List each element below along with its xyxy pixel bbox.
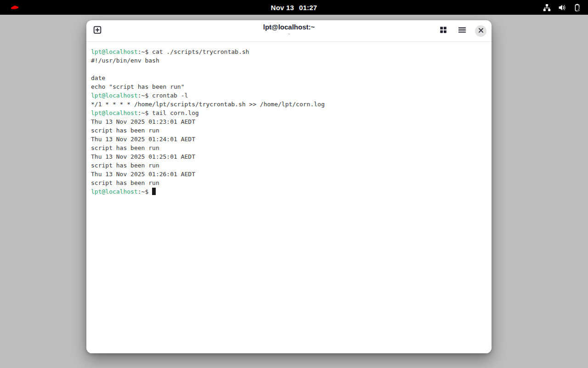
terminal-line: Thu 13 Nov 2025 01:23:01 AEDT xyxy=(91,117,487,126)
window-titlebar[interactable]: lpt@localhost:~ ~ xyxy=(86,20,492,42)
plus-square-icon xyxy=(92,25,102,37)
terminal-cursor xyxy=(152,188,156,195)
terminal-line: Thu 13 Nov 2025 01:26:01 AEDT xyxy=(91,170,487,178)
terminal-line: */1 * * * * /home/lpt/scripts/trycrontab… xyxy=(91,100,487,109)
terminal-line: lpt@localhost:~$ tail corn.log xyxy=(91,109,487,117)
clock-time: 01:27 xyxy=(299,4,317,12)
close-icon xyxy=(478,27,484,35)
clock-date: Nov 13 xyxy=(271,4,294,12)
menu-button[interactable] xyxy=(456,25,468,37)
terminal-output[interactable]: lpt@localhost:~$ cat ./scripts/trycronta… xyxy=(86,42,492,353)
close-button[interactable] xyxy=(475,25,486,37)
hamburger-icon xyxy=(458,25,467,36)
battery-charging-icon xyxy=(571,2,582,13)
terminal-line: script has been run xyxy=(91,126,487,135)
terminal-line: script has been run xyxy=(91,178,487,187)
volume-icon xyxy=(556,2,567,13)
terminal-line xyxy=(91,65,487,74)
redhat-fedora-icon xyxy=(9,3,20,12)
window-subtitle: ~ xyxy=(288,31,290,37)
terminal-line: date xyxy=(91,74,487,82)
terminal-line: lpt@localhost:~$ crontab -l xyxy=(91,91,487,100)
terminal-line: echo "script has been run" xyxy=(91,82,487,91)
terminal-line: script has been run xyxy=(91,144,487,152)
terminal-line: lpt@localhost:~$ cat ./scripts/trycronta… xyxy=(91,47,487,56)
system-tray[interactable] xyxy=(541,0,582,15)
clock[interactable]: Nov 13 01:27 xyxy=(271,0,317,15)
terminal-window: lpt@localhost:~ ~ xyxy=(86,20,492,353)
activities-button[interactable] xyxy=(6,1,23,13)
terminal-line: script has been run xyxy=(91,161,487,170)
top-bar: Nov 13 01:27 xyxy=(0,0,588,15)
new-tab-button[interactable] xyxy=(91,25,103,37)
terminal-line: Thu 13 Nov 2025 01:24:01 AEDT xyxy=(91,135,487,144)
tab-overview-button[interactable] xyxy=(437,25,449,37)
terminal-line: lpt@localhost:~$ xyxy=(91,187,487,196)
window-title: lpt@localhost:~ xyxy=(263,23,315,31)
terminal-line: Thu 13 Nov 2025 01:25:01 AEDT xyxy=(91,152,487,161)
terminal-line: #!/usr/bin/env bash xyxy=(91,56,487,65)
grid-icon xyxy=(439,26,447,36)
wired-network-icon xyxy=(541,2,552,13)
